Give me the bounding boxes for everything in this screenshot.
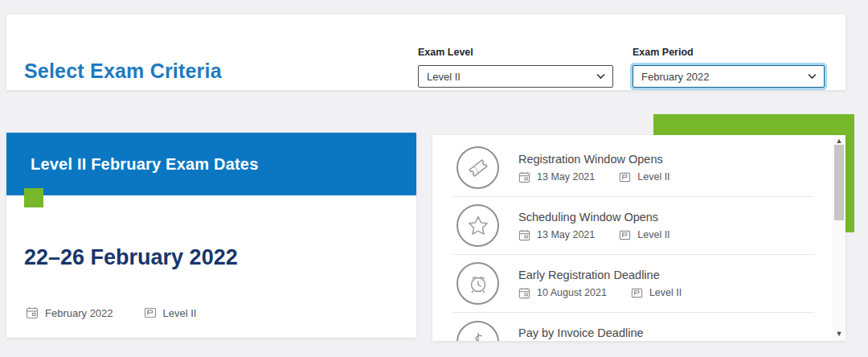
event-date: 13 May 2021 bbox=[537, 171, 595, 183]
level-flag-icon bbox=[619, 171, 631, 183]
event-date-meta: 10 August 2021 bbox=[518, 287, 607, 299]
alarm-clock-icon bbox=[466, 272, 490, 296]
event-level: Level II bbox=[637, 229, 669, 240]
events-list: Registration Window Opens 13 May 2021 Le… bbox=[432, 135, 833, 341]
event-row: Pay by Invoice Deadline bbox=[452, 313, 814, 341]
exam-period-select[interactable]: February 2022 bbox=[633, 65, 825, 88]
invoice-icon bbox=[466, 330, 490, 341]
event-title: Early Registration Deadline bbox=[518, 269, 712, 281]
event-meta: 13 May 2021 Level II bbox=[518, 229, 701, 241]
chevron-down-icon bbox=[808, 74, 817, 80]
star-icon bbox=[466, 214, 490, 238]
calendar-icon bbox=[26, 306, 39, 319]
level-flag-icon bbox=[619, 229, 631, 241]
select-exam-criteria-card: Select Exam Criteria Exam Level Level II… bbox=[6, 14, 845, 90]
chevron-down-icon bbox=[596, 74, 605, 80]
events-scrollbar[interactable]: ▲ ▼ bbox=[833, 135, 845, 341]
exam-period-meta-text: February 2022 bbox=[45, 307, 113, 319]
event-title: Pay by Invoice Deadline bbox=[518, 326, 644, 339]
exam-period-value: February 2022 bbox=[641, 71, 710, 83]
exam-dates-meta: February 2022 Level II bbox=[26, 306, 227, 319]
event-icon-circle bbox=[457, 321, 499, 342]
exam-dates-card: Level II February Exam Dates 22–26 Febru… bbox=[6, 133, 416, 338]
level-flag-icon bbox=[631, 287, 643, 299]
event-level-meta: Level II bbox=[619, 171, 669, 183]
event-meta: 13 May 2021 Level II bbox=[518, 171, 701, 183]
event-level-meta: Level II bbox=[619, 229, 669, 241]
event-icon-circle bbox=[457, 262, 499, 305]
ticket-icon bbox=[466, 156, 490, 180]
event-icon-circle bbox=[457, 204, 499, 247]
event-icon-circle bbox=[457, 146, 499, 189]
event-date-meta: 13 May 2021 bbox=[518, 171, 595, 183]
exam-period-meta: February 2022 bbox=[26, 306, 113, 319]
event-text: Scheduling Window Opens 13 May 2021 Leve… bbox=[518, 211, 701, 241]
level-flag-icon bbox=[144, 306, 157, 319]
event-row: Scheduling Window Opens 13 May 2021 Leve… bbox=[452, 197, 814, 255]
calendar-icon bbox=[518, 171, 530, 183]
event-row: Early Registration Deadline 10 August 20… bbox=[452, 255, 814, 313]
event-date: 10 August 2021 bbox=[537, 287, 607, 298]
exam-period-field: Exam Period February 2022 bbox=[633, 47, 825, 88]
calendar-icon bbox=[518, 229, 530, 241]
scrollbar-thumb[interactable] bbox=[834, 145, 844, 220]
exam-dates-card-header: Level II February Exam Dates bbox=[6, 133, 416, 195]
page-title: Select Exam Criteria bbox=[24, 60, 222, 83]
exam-level-field: Exam Level Level II bbox=[418, 47, 613, 88]
exam-level-value: Level II bbox=[427, 71, 461, 83]
exam-level-select[interactable]: Level II bbox=[418, 65, 613, 88]
exam-level-meta-text: Level II bbox=[163, 307, 197, 319]
exam-period-label: Exam Period bbox=[633, 47, 825, 58]
green-accent-square bbox=[24, 188, 43, 207]
event-meta: 10 August 2021 Level II bbox=[518, 287, 712, 299]
event-level-meta: Level II bbox=[631, 287, 682, 299]
exam-date-range: 22–26 February 2022 bbox=[24, 245, 238, 270]
event-date: 13 May 2021 bbox=[537, 229, 595, 240]
exam-events-card: Registration Window Opens 13 May 2021 Le… bbox=[432, 135, 845, 341]
calendar-icon bbox=[518, 287, 530, 299]
event-text: Pay by Invoice Deadline bbox=[518, 326, 644, 341]
event-row: Registration Window Opens 13 May 2021 Le… bbox=[452, 135, 814, 197]
event-text: Early Registration Deadline 10 August 20… bbox=[518, 269, 712, 299]
event-text: Registration Window Opens 13 May 2021 Le… bbox=[518, 153, 701, 183]
event-level: Level II bbox=[637, 171, 669, 183]
exam-level-label: Exam Level bbox=[418, 47, 613, 58]
event-title: Registration Window Opens bbox=[518, 153, 701, 166]
scrollbar-down-arrow[interactable]: ▼ bbox=[833, 328, 845, 339]
exam-level-meta: Level II bbox=[144, 306, 197, 319]
event-title: Scheduling Window Opens bbox=[518, 211, 701, 224]
exam-dates-card-title: Level II February Exam Dates bbox=[6, 155, 259, 174]
event-level: Level II bbox=[649, 287, 682, 298]
event-date-meta: 13 May 2021 bbox=[518, 229, 595, 241]
